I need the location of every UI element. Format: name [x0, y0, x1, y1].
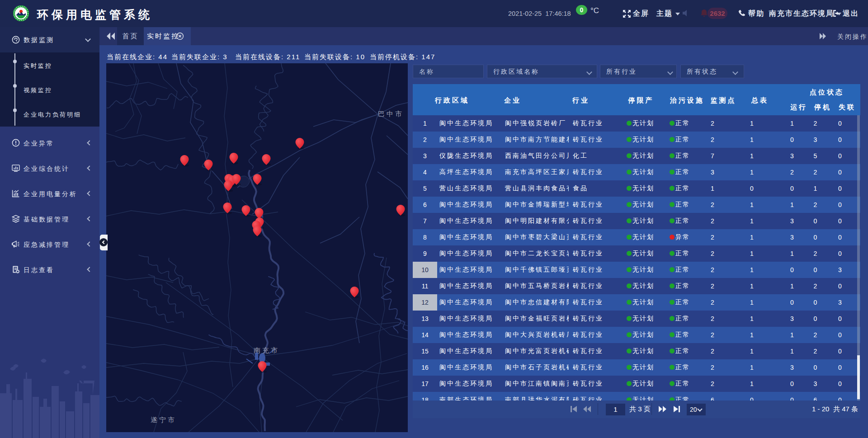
svg-text:南充市: 南充市 — [254, 346, 279, 354]
svg-text:0: 0 — [580, 6, 584, 14]
svg-text:遂宁市: 遂宁市 — [151, 416, 176, 424]
svg-text:巴中市: 巴中市 — [378, 110, 404, 118]
